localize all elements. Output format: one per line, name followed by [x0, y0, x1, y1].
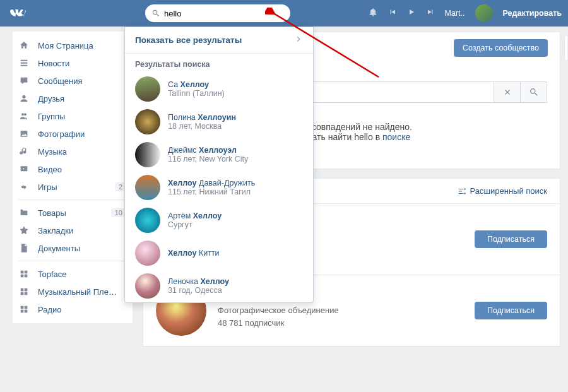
next-track-icon[interactable]	[426, 8, 435, 19]
sidebar-icon	[19, 269, 32, 279]
dropdown-sub: Сургут	[168, 220, 222, 229]
sidebar-label: Группы	[38, 112, 65, 121]
dropdown-sub: 31 год, Одесса	[168, 286, 229, 295]
dropdown-item[interactable]: Леночка Хеллоу31 год, Одесса	[125, 270, 313, 302]
chevron-right-icon	[294, 35, 303, 45]
sidebar-item[interactable]: Группы	[13, 107, 133, 125]
search-container	[145, 4, 290, 22]
sidebar-icon	[19, 225, 32, 235]
sidebar-label: Радио	[38, 305, 62, 314]
dropdown-name: Хеллоу Китти	[168, 249, 220, 258]
sidebar-item[interactable]: Музыка	[13, 143, 133, 160]
advanced-search-link[interactable]: Расширенный поиск	[458, 186, 547, 196]
dropdown-avatar	[135, 273, 160, 299]
sidebar-icon	[19, 146, 32, 157]
svg-rect-5	[25, 288, 28, 292]
dropdown-sub: 18 лет, Москва	[168, 122, 236, 131]
sidebar-item[interactable]: Сообщения	[13, 72, 133, 90]
notifications-icon[interactable]	[368, 7, 378, 20]
svg-rect-11	[25, 310, 28, 313]
dropdown-item[interactable]: Са ХеллоуTallinn (Таллин)	[125, 73, 313, 105]
sidebar-label: Новости	[38, 59, 69, 68]
sidebar-item[interactable]: Topface	[13, 265, 133, 283]
sidebar: Моя СтраницаНовостиСообщенияДрузьяГруппы…	[13, 32, 133, 323]
sidebar-label: Музыка	[38, 147, 67, 157]
right-strip	[564, 35, 568, 61]
sidebar-item[interactable]: Музыкальный Пле…	[13, 283, 133, 300]
sidebar-item[interactable]: Документы	[13, 239, 133, 257]
sidebar-label: Фотографии	[38, 129, 85, 139]
prev-track-icon[interactable]	[388, 8, 397, 19]
search-dropdown: Показать все результаты Результаты поиск…	[124, 27, 314, 303]
sidebar-item[interactable]: Игры2	[13, 178, 133, 196]
sidebar-icon	[19, 40, 32, 50]
sidebar-item[interactable]: Моя Страница	[13, 37, 133, 54]
svg-rect-4	[21, 288, 24, 292]
subscribe-button[interactable]: Подписаться	[475, 302, 547, 319]
svg-rect-6	[21, 292, 24, 295]
dropdown-sub: Tallinn (Таллин)	[168, 89, 225, 98]
sidebar-icon	[19, 58, 32, 68]
svg-rect-10	[21, 310, 24, 313]
header-actions: Mart.. Редактировать	[368, 4, 562, 22]
dropdown-item[interactable]: Хеллоу Давай-Дружить115 лет, Нижний Таги…	[125, 171, 313, 204]
sidebar-item[interactable]: Радио	[13, 300, 133, 318]
sidebar-label: Игры	[38, 182, 57, 192]
dropdown-name: Джеймс Хеллоуэл	[168, 146, 248, 155]
edit-link[interactable]: Редактировать	[503, 9, 562, 18]
clear-button[interactable]	[494, 81, 521, 103]
svg-rect-8	[21, 306, 24, 309]
dropdown-item[interactable]: Артём ХеллоуСургут	[125, 204, 313, 237]
dropdown-section-header: Результаты поиска	[125, 54, 313, 73]
dropdown-name: Полина Хеллоуин	[168, 113, 236, 122]
sidebar-label: Музыкальный Пле…	[38, 287, 117, 297]
dropdown-name: Леночка Хеллоу	[168, 277, 229, 286]
sidebar-icon	[19, 164, 32, 174]
search-button[interactable]	[521, 81, 547, 103]
svg-rect-0	[21, 271, 24, 274]
sidebar-icon	[19, 76, 32, 86]
sidebar-icon	[19, 111, 32, 121]
sidebar-icon	[19, 208, 32, 218]
dropdown-avatar	[135, 175, 160, 200]
sidebar-icon	[19, 243, 32, 253]
sidebar-item[interactable]: Видео	[13, 160, 133, 178]
sidebar-item[interactable]: Фотографии	[13, 125, 133, 143]
result-subtitle: Фотографическое объединение	[218, 304, 463, 318]
sidebar-label: Topface	[38, 270, 67, 279]
sidebar-icon	[19, 287, 32, 297]
search-input[interactable]	[145, 4, 290, 22]
svg-rect-7	[25, 292, 28, 295]
svg-rect-9	[25, 306, 28, 309]
subscribe-button[interactable]: Подписаться	[475, 230, 547, 248]
dropdown-avatar	[135, 142, 160, 167]
sidebar-icon	[19, 129, 32, 139]
dropdown-avatar	[135, 241, 160, 266]
vk-logo[interactable]	[6, 4, 32, 22]
sidebar-item[interactable]: Закладки	[13, 222, 133, 239]
dropdown-name: Хеллоу Давай-Дружить	[168, 179, 255, 187]
sidebar-label: Видео	[38, 165, 62, 174]
user-avatar[interactable]	[475, 4, 493, 22]
dropdown-item[interactable]: Хеллоу Китти	[125, 237, 313, 270]
result-followers: 48 781 подписчик	[218, 317, 463, 330]
play-icon[interactable]	[407, 8, 416, 19]
user-name[interactable]: Mart..	[445, 9, 465, 18]
dropdown-item[interactable]: Полина Хеллоуин18 лет, Москва	[125, 105, 313, 138]
sidebar-icon	[19, 93, 32, 104]
sidebar-label: Товары	[38, 208, 66, 218]
svg-rect-1	[25, 271, 28, 274]
sidebar-icon	[19, 304, 32, 314]
svg-rect-2	[21, 275, 24, 278]
sidebar-item[interactable]: Новости	[13, 54, 133, 72]
dropdown-sub: 116 лет, New York City	[168, 155, 248, 163]
sidebar-item[interactable]: Товары10	[13, 204, 133, 222]
dropdown-item[interactable]: Джеймс Хеллоуэл116 лет, New York City	[125, 138, 313, 171]
sidebar-label: Документы	[38, 244, 80, 253]
search-link[interactable]: поиске	[382, 132, 410, 142]
dropdown-avatar	[135, 76, 160, 102]
sidebar-label: Моя Страница	[38, 41, 93, 50]
create-community-button[interactable]: Создать сообщество	[454, 39, 548, 57]
sidebar-item[interactable]: Друзья	[13, 90, 133, 107]
show-all-results[interactable]: Показать все результаты	[125, 27, 313, 54]
